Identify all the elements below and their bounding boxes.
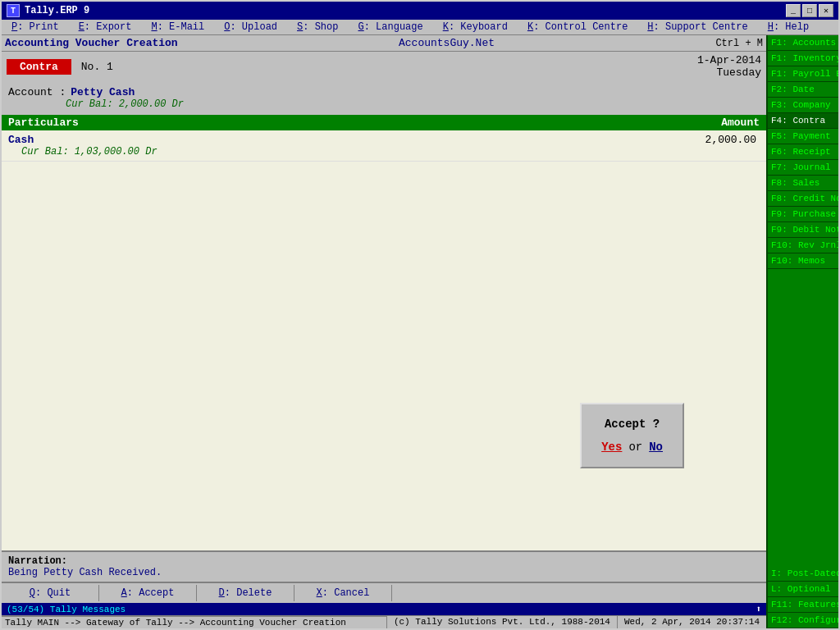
menu-control-centre[interactable]: K: Control Centre bbox=[518, 20, 637, 34]
sidebar-payroll-buttons[interactable]: F1: Payroll Buttons bbox=[768, 66, 838, 82]
sidebar-f11-features[interactable]: F11: Features bbox=[768, 597, 838, 613]
app-icon: T bbox=[7, 4, 20, 17]
sidebar-f6-receipt[interactable]: F6: Receipt bbox=[768, 144, 838, 160]
table-row: Cash Cur Bal: 1,03,000.00 Dr 2,000.00 bbox=[2, 130, 766, 162]
company-info: (c) Tally Solutions Pvt. Ltd., 1988-2014 bbox=[386, 616, 617, 628]
window-controls[interactable]: _ □ ✕ bbox=[786, 4, 833, 17]
voucher-body: Cash Cur Bal: 1,03,000.00 Dr 2,000.00 Ac… bbox=[2, 130, 766, 550]
menu-export[interactable]: E: Export bbox=[69, 20, 142, 34]
entry-bal: Cur Bal: 1,03,000.00 Dr bbox=[21, 146, 661, 158]
cancel-button[interactable]: X: Cancel bbox=[294, 585, 392, 601]
sidebar-inventory-buttons[interactable]: F1: Inventory Buttons bbox=[768, 51, 838, 66]
voucher-type-row: Contra No. 1 1-Apr-2014 Tuesday bbox=[2, 52, 766, 81]
sidebar-post-dated[interactable]: I: Post-Dated bbox=[768, 566, 838, 582]
title-bar: T Tally.ERP 9 _ □ ✕ bbox=[2, 2, 838, 20]
sidebar-f4-contra[interactable]: F4: Contra bbox=[768, 113, 838, 129]
voucher-header: Accounting Voucher Creation AccountsGuy.… bbox=[2, 35, 766, 52]
sidebar-f3-company[interactable]: F3: Company bbox=[768, 98, 838, 113]
col-amount-header: Amount bbox=[661, 116, 760, 129]
menu-print[interactable]: P: Print bbox=[2, 20, 69, 34]
sidebar-optional[interactable]: L: Optional bbox=[768, 582, 838, 597]
quit-button[interactable]: Q: Quit bbox=[2, 585, 99, 601]
sidebar-f8-sales[interactable]: F8: Sales bbox=[768, 176, 838, 191]
sidebar-f7-journal[interactable]: F7: Journal bbox=[768, 160, 838, 176]
accept-or-label: or bbox=[628, 441, 642, 454]
path-bar: Tally MAIN --> Gateway of Tally --> Acco… bbox=[2, 616, 386, 628]
voucher-site: AccountsGuy.Net bbox=[399, 37, 495, 49]
tally-messages-text: (53/54) Tally Messages bbox=[7, 605, 126, 614]
menu-support[interactable]: H: Support Centre bbox=[637, 20, 757, 34]
tally-messages-bar: (53/54) Tally Messages ⬆ bbox=[2, 603, 766, 615]
status-bar: Tally MAIN --> Gateway of Tally --> Acco… bbox=[2, 615, 766, 628]
accept-dialog-title: Accept ? bbox=[601, 418, 663, 431]
accept-dialog-overlay: Accept ? Yes or No bbox=[580, 403, 684, 468]
sidebar-f8-credit-note[interactable]: F8: Credit Note bbox=[768, 191, 838, 207]
voucher-type-badge: Contra bbox=[7, 59, 71, 75]
close-button[interactable]: ✕ bbox=[819, 4, 833, 17]
voucher-number: No. 1 bbox=[81, 61, 113, 73]
tally-messages-arrow: ⬆ bbox=[756, 604, 761, 614]
sidebar-f10-rev-jrnl[interactable]: F10: Rev Jrnl bbox=[768, 238, 838, 253]
accept-dialog: Accept ? Yes or No bbox=[580, 403, 684, 468]
maximize-button[interactable]: □ bbox=[802, 4, 817, 17]
minimize-button[interactable]: _ bbox=[786, 4, 801, 17]
date-time: Wed, 2 Apr, 2014 20:37:14 bbox=[617, 616, 766, 628]
right-sidebar: F1: Accounts Buttons F1: Inventory Butto… bbox=[766, 35, 838, 628]
accept-options: Yes or No bbox=[601, 441, 663, 454]
sidebar-f9-debit-note[interactable]: F9: Debit Note bbox=[768, 222, 838, 238]
window-title: Tally.ERP 9 bbox=[25, 5, 89, 16]
bottom-toolbar: Q: Quit A: Accept D: Delete X: Cancel bbox=[2, 582, 766, 603]
entry-particulars: Cash Cur Bal: 1,03,000.00 Dr bbox=[8, 134, 661, 158]
voucher-title: Accounting Voucher Creation bbox=[5, 37, 178, 49]
menu-email[interactable]: M: E-Mail bbox=[141, 20, 214, 34]
delete-button[interactable]: D: Delete bbox=[197, 585, 294, 601]
col-particulars-header: Particulars bbox=[8, 116, 661, 129]
menu-shop[interactable]: S: Shop bbox=[287, 20, 348, 34]
account-cur-bal: Cur Bal: 2,000.00 Dr bbox=[66, 98, 760, 110]
sidebar-f10-memos[interactable]: F10: Memos bbox=[768, 253, 838, 269]
accept-button[interactable]: A: Accept bbox=[99, 585, 197, 601]
ctrl-m-label: Ctrl + M bbox=[715, 38, 763, 49]
sidebar-accounts-buttons[interactable]: F1: Accounts Buttons bbox=[768, 35, 838, 51]
menu-language[interactable]: G: Language bbox=[348, 20, 432, 34]
menu-help[interactable]: H: Help bbox=[758, 20, 819, 34]
account-value[interactable]: Petty Cash bbox=[71, 86, 135, 98]
account-label: Account : bbox=[8, 86, 66, 98]
menu-upload[interactable]: O: Upload bbox=[214, 20, 287, 34]
entry-amount: 2,000.00 bbox=[661, 134, 760, 146]
accept-no-button[interactable]: No bbox=[649, 441, 663, 454]
narration-label: Narration: bbox=[8, 555, 760, 567]
account-section: Account : Petty Cash Cur Bal: 2,000.00 D… bbox=[2, 81, 766, 115]
voucher-date: 1-Apr-2014 Tuesday bbox=[697, 54, 761, 79]
entry-name[interactable]: Cash bbox=[8, 134, 661, 146]
narration-section: Narration: Being Petty Cash Received. bbox=[2, 550, 766, 582]
sidebar-f9-purchase[interactable]: F9: Purchase bbox=[768, 207, 838, 222]
accept-yes-button[interactable]: Yes bbox=[601, 441, 622, 454]
menu-bar: P: Print E: Export M: E-Mail O: Upload S… bbox=[2, 20, 838, 35]
sidebar-f5-payment[interactable]: F5: Payment bbox=[768, 129, 838, 144]
menu-keyboard[interactable]: K: Keyboard bbox=[433, 20, 518, 34]
sidebar-f2-date[interactable]: F2: Date bbox=[768, 82, 838, 98]
narration-text[interactable]: Being Petty Cash Received. bbox=[8, 567, 760, 578]
sidebar-f12-configure[interactable]: F12: Configure bbox=[768, 613, 838, 628]
table-header: Particulars Amount bbox=[2, 115, 766, 130]
